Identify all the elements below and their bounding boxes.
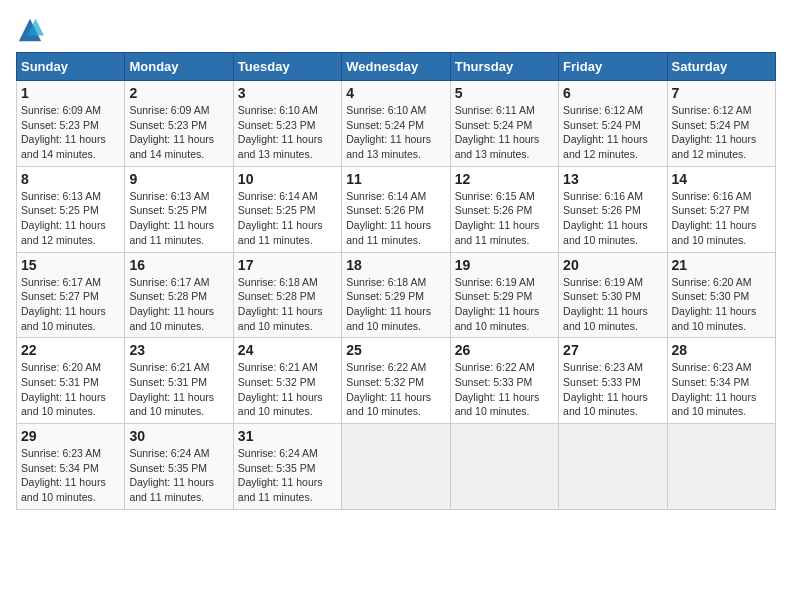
day-number: 20: [563, 257, 662, 273]
day-info: Sunrise: 6:22 AM Sunset: 5:33 PM Dayligh…: [455, 360, 554, 419]
day-number: 3: [238, 85, 337, 101]
calendar-cell: 2 Sunrise: 6:09 AM Sunset: 5:23 PM Dayli…: [125, 81, 233, 167]
calendar-cell: 20 Sunrise: 6:19 AM Sunset: 5:30 PM Dayl…: [559, 252, 667, 338]
day-info: Sunrise: 6:23 AM Sunset: 5:34 PM Dayligh…: [21, 446, 120, 505]
day-info: Sunrise: 6:24 AM Sunset: 5:35 PM Dayligh…: [129, 446, 228, 505]
day-number: 22: [21, 342, 120, 358]
calendar-cell: 3 Sunrise: 6:10 AM Sunset: 5:23 PM Dayli…: [233, 81, 341, 167]
day-number: 15: [21, 257, 120, 273]
day-number: 31: [238, 428, 337, 444]
day-number: 12: [455, 171, 554, 187]
calendar-header-friday: Friday: [559, 53, 667, 81]
day-number: 16: [129, 257, 228, 273]
calendar-week-row: 29 Sunrise: 6:23 AM Sunset: 5:34 PM Dayl…: [17, 424, 776, 510]
calendar-header-thursday: Thursday: [450, 53, 558, 81]
calendar-cell: [342, 424, 450, 510]
day-info: Sunrise: 6:13 AM Sunset: 5:25 PM Dayligh…: [129, 189, 228, 248]
day-info: Sunrise: 6:19 AM Sunset: 5:29 PM Dayligh…: [455, 275, 554, 334]
day-number: 13: [563, 171, 662, 187]
day-info: Sunrise: 6:17 AM Sunset: 5:27 PM Dayligh…: [21, 275, 120, 334]
calendar-cell: 15 Sunrise: 6:17 AM Sunset: 5:27 PM Dayl…: [17, 252, 125, 338]
calendar-cell: 19 Sunrise: 6:19 AM Sunset: 5:29 PM Dayl…: [450, 252, 558, 338]
day-number: 29: [21, 428, 120, 444]
day-number: 28: [672, 342, 771, 358]
day-info: Sunrise: 6:18 AM Sunset: 5:29 PM Dayligh…: [346, 275, 445, 334]
calendar-cell: 7 Sunrise: 6:12 AM Sunset: 5:24 PM Dayli…: [667, 81, 775, 167]
calendar-header-monday: Monday: [125, 53, 233, 81]
calendar-cell: 14 Sunrise: 6:16 AM Sunset: 5:27 PM Dayl…: [667, 166, 775, 252]
day-number: 27: [563, 342, 662, 358]
calendar-header-tuesday: Tuesday: [233, 53, 341, 81]
calendar-cell: [667, 424, 775, 510]
calendar-cell: 22 Sunrise: 6:20 AM Sunset: 5:31 PM Dayl…: [17, 338, 125, 424]
day-info: Sunrise: 6:21 AM Sunset: 5:32 PM Dayligh…: [238, 360, 337, 419]
calendar-cell: 11 Sunrise: 6:14 AM Sunset: 5:26 PM Dayl…: [342, 166, 450, 252]
day-info: Sunrise: 6:17 AM Sunset: 5:28 PM Dayligh…: [129, 275, 228, 334]
calendar-cell: 6 Sunrise: 6:12 AM Sunset: 5:24 PM Dayli…: [559, 81, 667, 167]
calendar-cell: 24 Sunrise: 6:21 AM Sunset: 5:32 PM Dayl…: [233, 338, 341, 424]
calendar-cell: 26 Sunrise: 6:22 AM Sunset: 5:33 PM Dayl…: [450, 338, 558, 424]
calendar-cell: 4 Sunrise: 6:10 AM Sunset: 5:24 PM Dayli…: [342, 81, 450, 167]
day-number: 30: [129, 428, 228, 444]
calendar-cell: 8 Sunrise: 6:13 AM Sunset: 5:25 PM Dayli…: [17, 166, 125, 252]
calendar-cell: 17 Sunrise: 6:18 AM Sunset: 5:28 PM Dayl…: [233, 252, 341, 338]
calendar-week-row: 8 Sunrise: 6:13 AM Sunset: 5:25 PM Dayli…: [17, 166, 776, 252]
day-info: Sunrise: 6:19 AM Sunset: 5:30 PM Dayligh…: [563, 275, 662, 334]
calendar-header-sunday: Sunday: [17, 53, 125, 81]
day-number: 5: [455, 85, 554, 101]
day-number: 11: [346, 171, 445, 187]
calendar-body: 1 Sunrise: 6:09 AM Sunset: 5:23 PM Dayli…: [17, 81, 776, 510]
day-number: 7: [672, 85, 771, 101]
calendar-week-row: 1 Sunrise: 6:09 AM Sunset: 5:23 PM Dayli…: [17, 81, 776, 167]
calendar-cell: 28 Sunrise: 6:23 AM Sunset: 5:34 PM Dayl…: [667, 338, 775, 424]
calendar-cell: 18 Sunrise: 6:18 AM Sunset: 5:29 PM Dayl…: [342, 252, 450, 338]
day-info: Sunrise: 6:09 AM Sunset: 5:23 PM Dayligh…: [21, 103, 120, 162]
day-info: Sunrise: 6:16 AM Sunset: 5:27 PM Dayligh…: [672, 189, 771, 248]
day-info: Sunrise: 6:10 AM Sunset: 5:23 PM Dayligh…: [238, 103, 337, 162]
day-number: 9: [129, 171, 228, 187]
calendar-table: SundayMondayTuesdayWednesdayThursdayFrid…: [16, 52, 776, 510]
day-info: Sunrise: 6:09 AM Sunset: 5:23 PM Dayligh…: [129, 103, 228, 162]
calendar-cell: [450, 424, 558, 510]
day-number: 6: [563, 85, 662, 101]
calendar-cell: 9 Sunrise: 6:13 AM Sunset: 5:25 PM Dayli…: [125, 166, 233, 252]
day-info: Sunrise: 6:23 AM Sunset: 5:33 PM Dayligh…: [563, 360, 662, 419]
calendar-cell: 5 Sunrise: 6:11 AM Sunset: 5:24 PM Dayli…: [450, 81, 558, 167]
day-info: Sunrise: 6:22 AM Sunset: 5:32 PM Dayligh…: [346, 360, 445, 419]
calendar-cell: 16 Sunrise: 6:17 AM Sunset: 5:28 PM Dayl…: [125, 252, 233, 338]
day-info: Sunrise: 6:11 AM Sunset: 5:24 PM Dayligh…: [455, 103, 554, 162]
day-info: Sunrise: 6:12 AM Sunset: 5:24 PM Dayligh…: [563, 103, 662, 162]
day-number: 18: [346, 257, 445, 273]
day-info: Sunrise: 6:20 AM Sunset: 5:30 PM Dayligh…: [672, 275, 771, 334]
day-number: 26: [455, 342, 554, 358]
calendar-cell: 30 Sunrise: 6:24 AM Sunset: 5:35 PM Dayl…: [125, 424, 233, 510]
day-info: Sunrise: 6:14 AM Sunset: 5:25 PM Dayligh…: [238, 189, 337, 248]
day-number: 17: [238, 257, 337, 273]
calendar-cell: 13 Sunrise: 6:16 AM Sunset: 5:26 PM Dayl…: [559, 166, 667, 252]
day-number: 23: [129, 342, 228, 358]
calendar-cell: 12 Sunrise: 6:15 AM Sunset: 5:26 PM Dayl…: [450, 166, 558, 252]
calendar-header-wednesday: Wednesday: [342, 53, 450, 81]
calendar-header-saturday: Saturday: [667, 53, 775, 81]
day-number: 10: [238, 171, 337, 187]
day-info: Sunrise: 6:23 AM Sunset: 5:34 PM Dayligh…: [672, 360, 771, 419]
day-info: Sunrise: 6:24 AM Sunset: 5:35 PM Dayligh…: [238, 446, 337, 505]
calendar-cell: 25 Sunrise: 6:22 AM Sunset: 5:32 PM Dayl…: [342, 338, 450, 424]
day-info: Sunrise: 6:20 AM Sunset: 5:31 PM Dayligh…: [21, 360, 120, 419]
calendar-cell: 31 Sunrise: 6:24 AM Sunset: 5:35 PM Dayl…: [233, 424, 341, 510]
day-info: Sunrise: 6:14 AM Sunset: 5:26 PM Dayligh…: [346, 189, 445, 248]
day-number: 19: [455, 257, 554, 273]
calendar-header-row: SundayMondayTuesdayWednesdayThursdayFrid…: [17, 53, 776, 81]
day-info: Sunrise: 6:18 AM Sunset: 5:28 PM Dayligh…: [238, 275, 337, 334]
day-number: 1: [21, 85, 120, 101]
calendar-cell: 10 Sunrise: 6:14 AM Sunset: 5:25 PM Dayl…: [233, 166, 341, 252]
day-number: 2: [129, 85, 228, 101]
day-number: 14: [672, 171, 771, 187]
calendar-cell: 29 Sunrise: 6:23 AM Sunset: 5:34 PM Dayl…: [17, 424, 125, 510]
logo-icon: [16, 16, 44, 44]
calendar-cell: 1 Sunrise: 6:09 AM Sunset: 5:23 PM Dayli…: [17, 81, 125, 167]
calendar-week-row: 22 Sunrise: 6:20 AM Sunset: 5:31 PM Dayl…: [17, 338, 776, 424]
day-number: 24: [238, 342, 337, 358]
page-header: [16, 16, 776, 44]
day-info: Sunrise: 6:12 AM Sunset: 5:24 PM Dayligh…: [672, 103, 771, 162]
